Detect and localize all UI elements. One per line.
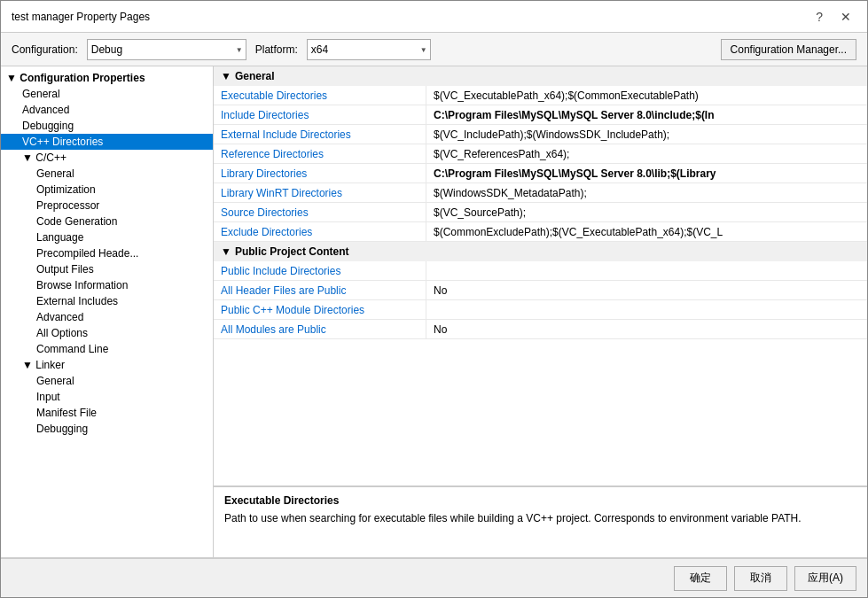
property-grid: ▼ GeneralExecutable Directories$(VC_Exec… [214, 66, 867, 486]
table-row: Library DirectoriesC:\Program Files\MySQ… [214, 164, 867, 183]
property-name: Reference Directories [214, 144, 426, 163]
configuration-manager-button[interactable]: Configuration Manager... [721, 39, 856, 60]
sidebar-item-general2[interactable]: General [1, 166, 213, 182]
close-button[interactable]: ✕ [835, 8, 856, 26]
platform-label: Platform: [255, 43, 298, 56]
property-value[interactable]: $(VC_ExecutablePath_x64);$(CommonExecuta… [426, 86, 867, 105]
table-row: Include DirectoriesC:\Program Files\MySQ… [214, 105, 867, 125]
property-value[interactable]: No [426, 281, 867, 299]
sidebar-item-debugging2[interactable]: Debugging [1, 421, 213, 437]
sidebar-item-precompiled-headers[interactable]: Precompiled Heade... [1, 245, 213, 261]
property-name: Executable Directories [214, 86, 426, 105]
table-row: All Modules are PublicNo [214, 320, 867, 339]
apply-button[interactable]: 应用(A) [794, 566, 856, 591]
sidebar-item-language[interactable]: Language [1, 229, 213, 245]
sidebar-item-output-files[interactable]: Output Files [1, 261, 213, 277]
title-bar: test manager Property Pages ? ✕ [1, 1, 867, 33]
property-value[interactable]: $(CommonExcludePath);$(VC_ExecutablePath… [426, 222, 867, 241]
sidebar-item-browse-information[interactable]: Browse Information [1, 277, 213, 293]
property-name: All Modules are Public [214, 320, 426, 338]
description-panel: Executable Directories Path to use when … [214, 486, 867, 557]
sidebar-item-advanced2[interactable]: Advanced [1, 309, 213, 325]
sidebar-item-manifest-file[interactable]: Manifest File [1, 405, 213, 421]
config-label: Configuration: [12, 43, 78, 56]
help-button[interactable]: ? [810, 8, 828, 26]
config-select-wrapper: Debug [87, 39, 246, 60]
table-row: External Include Directories$(VC_Include… [214, 125, 867, 144]
property-name: Public Include Directories [214, 261, 426, 280]
property-value[interactable]: C:\Program Files\MySQL\MySQL Server 8.0\… [426, 164, 867, 183]
description-text: Path to use when searching for executabl… [224, 510, 856, 526]
sidebar-item-config-props[interactable]: ▼ Configuration Properties [1, 70, 213, 86]
title-bar-controls: ? ✕ [810, 8, 856, 26]
sidebar-item-advanced-top[interactable]: Advanced [1, 102, 213, 118]
config-bar: Configuration: Debug Platform: x64 Confi… [1, 33, 867, 66]
property-name: External Include Directories [214, 125, 426, 144]
description-title: Executable Directories [224, 494, 856, 507]
property-value[interactable]: $(WindowsSDK_MetadataPath); [426, 183, 867, 202]
right-panel: ▼ GeneralExecutable Directories$(VC_Exec… [214, 66, 867, 557]
sidebar-item-external-includes[interactable]: External Includes [1, 293, 213, 309]
window: test manager Property Pages ? ✕ Configur… [0, 0, 868, 598]
sidebar-item-linker[interactable]: ▼ Linker [1, 357, 213, 373]
section-collapse-icon: ▼ [221, 70, 231, 82]
property-value[interactable] [426, 261, 867, 280]
sidebar-item-command-line[interactable]: Command Line [1, 341, 213, 357]
property-name: Source Directories [214, 203, 426, 221]
sidebar-item-debugging[interactable]: Debugging [1, 118, 213, 134]
table-row: Reference Directories$(VC_ReferencesPath… [214, 144, 867, 164]
property-name: Public C++ Module Directories [214, 300, 426, 319]
property-name: Library Directories [214, 164, 426, 183]
property-value[interactable]: $(VC_IncludePath);$(WindowsSDK_IncludePa… [426, 125, 867, 144]
sidebar-item-input[interactable]: Input [1, 389, 213, 405]
property-name: Include Directories [214, 105, 426, 124]
table-row: Executable Directories$(VC_ExecutablePat… [214, 86, 867, 105]
section-header-general[interactable]: ▼ General [214, 66, 867, 86]
sidebar-item-c-cpp[interactable]: ▼ C/C++ [1, 150, 213, 166]
platform-select[interactable]: x64 [307, 39, 431, 60]
property-name: Library WinRT Directories [214, 183, 426, 202]
sidebar-item-optimization[interactable]: Optimization [1, 182, 213, 198]
table-row: Source Directories$(VC_SourcePath); [214, 203, 867, 222]
property-value[interactable]: $(VC_ReferencesPath_x64); [426, 144, 867, 163]
sidebar-item-code-generation[interactable]: Code Generation [1, 214, 213, 229]
sidebar-item-vc-directories[interactable]: VC++ Directories [1, 134, 213, 150]
sidebar-item-all-options[interactable]: All Options [1, 325, 213, 341]
platform-select-wrapper: x64 [307, 39, 431, 60]
property-name: Exclude Directories [214, 222, 426, 241]
table-row: Public Include Directories [214, 261, 867, 281]
table-row: Library WinRT Directories$(WindowsSDK_Me… [214, 183, 867, 203]
section-header-public-project-content[interactable]: ▼ Public Project Content [214, 242, 867, 261]
table-row: All Header Files are PublicNo [214, 281, 867, 300]
section-collapse-icon: ▼ [221, 245, 231, 258]
window-title: test manager Property Pages [12, 11, 150, 23]
property-name: All Header Files are Public [214, 281, 426, 299]
sidebar-item-preprocessor[interactable]: Preprocessor [1, 198, 213, 214]
table-row: Public C++ Module Directories [214, 300, 867, 320]
property-value[interactable]: No [426, 320, 867, 338]
main-content: ▼ Configuration PropertiesGeneralAdvance… [1, 66, 867, 558]
cancel-button[interactable]: 取消 [734, 566, 787, 591]
sidebar-item-general[interactable]: General [1, 86, 213, 102]
sidebar-item-linker-general[interactable]: General [1, 373, 213, 389]
table-row: Exclude Directories$(CommonExcludePath);… [214, 222, 867, 242]
bottom-bar: 确定 取消 应用(A) [1, 558, 867, 597]
property-value[interactable] [426, 300, 867, 319]
property-value[interactable]: $(VC_SourcePath); [426, 203, 867, 221]
ok-button[interactable]: 确定 [674, 566, 727, 591]
sidebar: ▼ Configuration PropertiesGeneralAdvance… [1, 66, 214, 557]
property-value[interactable]: C:\Program Files\MySQL\MySQL Server 8.0\… [426, 105, 867, 124]
config-select[interactable]: Debug [87, 39, 246, 60]
